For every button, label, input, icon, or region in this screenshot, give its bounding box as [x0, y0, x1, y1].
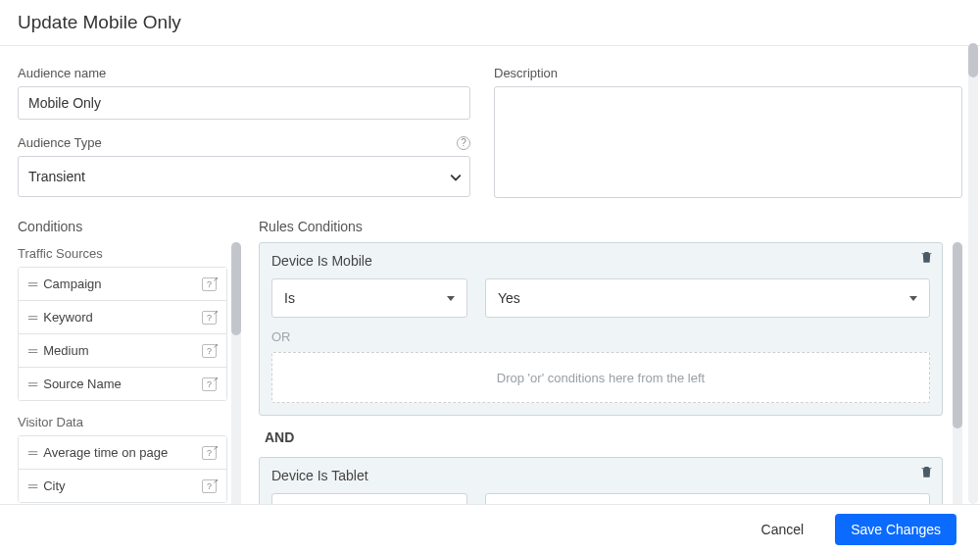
page-title: Update Mobile Only — [18, 12, 962, 33]
condition-item[interactable]: ═Average time on page? — [19, 436, 226, 470]
info-icon[interactable]: ? — [202, 377, 217, 391]
drag-icon: ═ — [28, 310, 35, 325]
condition-group-label: Traffic Sources — [18, 246, 227, 261]
condition-item-label: Keyword — [43, 310, 93, 325]
condition-item[interactable]: ═Medium? — [19, 334, 226, 368]
info-icon[interactable]: ? — [202, 277, 217, 291]
scrollbar-thumb[interactable] — [231, 242, 241, 335]
audience-type-label: Audience Type ? — [18, 135, 470, 150]
condition-item[interactable]: ═Campaign? — [19, 268, 226, 301]
rule-title: Device Is Mobile — [271, 253, 930, 269]
description-textarea[interactable] — [494, 86, 962, 198]
or-drop-zone[interactable]: Drop 'or' conditions here from the left — [271, 352, 930, 403]
footer: Cancel Save Changes — [0, 504, 980, 553]
condition-item[interactable]: ═City? — [19, 470, 226, 502]
condition-list: ═Campaign?═Keyword?═Medium?═Source Name? — [18, 267, 227, 401]
page-body: Audience name Audience Type ? Transient … — [0, 46, 980, 507]
condition-item-label: Campaign — [43, 276, 101, 291]
page-header: Update Mobile Only — [0, 0, 980, 46]
rule-title: Device Is Tablet — [271, 468, 930, 483]
or-label: OR — [271, 329, 930, 344]
info-icon[interactable]: ? — [202, 479, 217, 493]
caret-down-icon — [909, 296, 917, 301]
audience-name-input[interactable] — [18, 86, 470, 120]
rule-block: Device Is MobileIsYesORDrop 'or' conditi… — [259, 242, 943, 416]
page-scrollbar[interactable] — [968, 43, 978, 504]
info-icon[interactable]: ? — [202, 311, 217, 325]
rule-value-select[interactable]: Yes — [485, 278, 930, 318]
save-button[interactable]: Save Changes — [835, 514, 956, 545]
info-icon[interactable]: ? — [202, 446, 217, 460]
conditions-scrollbar[interactable] — [231, 242, 241, 513]
rule-comparator-select[interactable]: Is — [271, 278, 467, 318]
condition-item[interactable]: ═Source Name? — [19, 368, 226, 400]
cancel-button[interactable]: Cancel — [746, 514, 820, 545]
chevron-down-icon — [450, 172, 460, 181]
audience-name-label: Audience name — [18, 66, 470, 80]
drag-icon: ═ — [28, 276, 35, 291]
rules-title: Rules Conditions — [259, 219, 962, 234]
condition-item-label: City — [43, 478, 65, 493]
scrollbar-thumb[interactable] — [953, 242, 962, 428]
condition-list: ═Average time on page?═City? — [18, 435, 227, 503]
rules-scrollbar[interactable] — [953, 242, 962, 513]
and-label: AND — [265, 429, 943, 445]
drag-icon: ═ — [28, 377, 35, 391]
condition-item-label: Medium — [43, 343, 88, 358]
trash-icon[interactable] — [919, 249, 934, 268]
condition-item-label: Source Name — [43, 377, 121, 391]
audience-type-select[interactable]: Transient — [18, 156, 470, 197]
scrollbar-thumb[interactable] — [968, 43, 978, 77]
caret-down-icon — [447, 296, 455, 301]
condition-item[interactable]: ═Keyword? — [19, 301, 226, 334]
conditions-title: Conditions — [18, 219, 241, 234]
info-icon[interactable]: ? — [202, 344, 217, 358]
drag-icon: ═ — [28, 478, 35, 493]
help-icon[interactable]: ? — [457, 136, 470, 150]
drag-icon: ═ — [28, 445, 35, 460]
trash-icon[interactable] — [919, 464, 934, 482]
condition-item-label: Average time on page — [43, 445, 168, 460]
condition-group-label: Visitor Data — [18, 415, 227, 429]
drag-icon: ═ — [28, 343, 35, 358]
description-label: Description — [494, 66, 962, 80]
